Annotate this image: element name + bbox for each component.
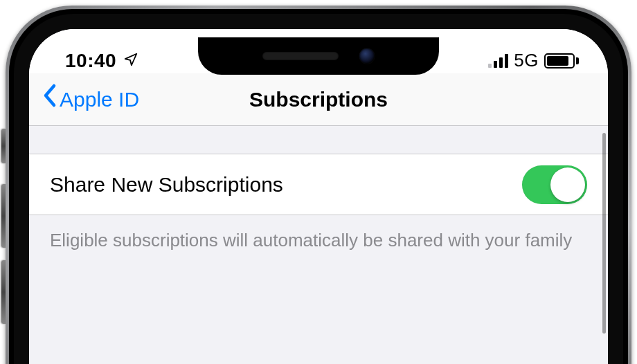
device-frame-inner: 10:40 5G (14, 14, 623, 364)
toggle-knob (550, 167, 585, 202)
mute-switch[interactable] (1, 129, 6, 163)
scroll-indicator[interactable] (602, 133, 606, 334)
status-time: 10:40 (65, 50, 116, 72)
device-frame-outer: 10:40 5G (6, 6, 631, 364)
section-footer-text: Eligible subscriptions will automaticall… (29, 215, 608, 254)
chevron-left-icon (42, 83, 58, 113)
device-notch (198, 37, 439, 75)
share-new-subscriptions-label: Share New Subscriptions (50, 173, 283, 197)
volume-down-button[interactable] (1, 260, 6, 324)
device-frame-mid: 10:40 5G (9, 9, 628, 364)
back-label: Apple ID (60, 88, 139, 111)
earpiece-speaker (262, 52, 339, 60)
page-title: Subscriptions (249, 88, 388, 111)
battery-icon (544, 53, 579, 69)
section-spacer (29, 125, 608, 154)
location-icon (123, 50, 138, 72)
network-type-label: 5G (514, 50, 539, 71)
cellular-signal-icon (488, 54, 508, 68)
back-button[interactable]: Apple ID (42, 86, 139, 113)
share-new-subscriptions-toggle[interactable] (522, 165, 587, 204)
screen: 10:40 5G (29, 29, 608, 364)
share-new-subscriptions-row: Share New Subscriptions (29, 154, 608, 215)
navigation-bar: Apple ID Subscriptions (29, 73, 608, 126)
front-camera (359, 48, 375, 64)
volume-up-button[interactable] (1, 184, 6, 248)
